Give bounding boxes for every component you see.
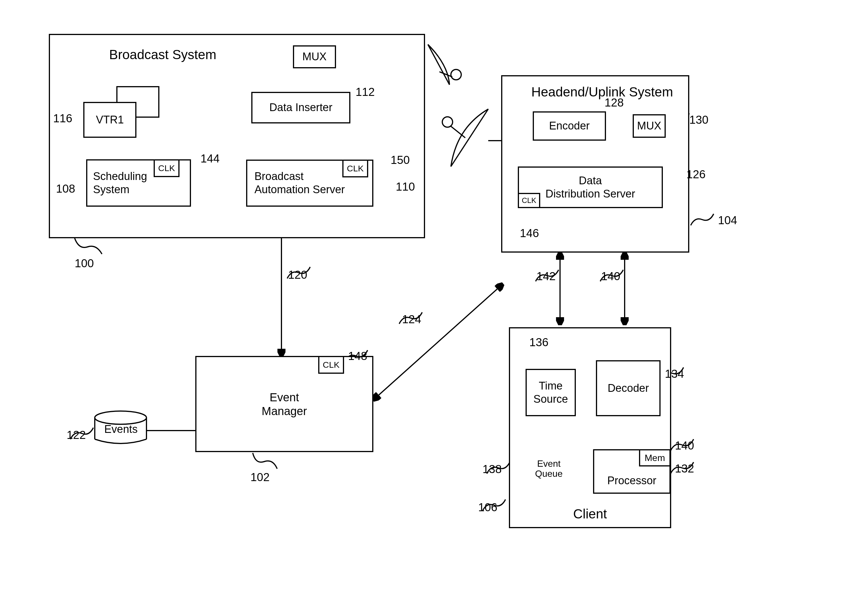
- mem-label: Mem: [645, 452, 665, 463]
- decoder-label: Decoder: [608, 382, 649, 395]
- vtr1-label: VTR1: [96, 113, 124, 126]
- headend-mux-label: MUX: [637, 119, 661, 133]
- ref-110: 110: [396, 180, 415, 193]
- decoder-block: Decoder: [596, 360, 661, 416]
- svg-point-6: [451, 69, 461, 80]
- event-queue-label: Event Queue: [535, 459, 562, 479]
- data-inserter-block: Data Inserter: [251, 92, 350, 123]
- ref-108: 108: [56, 182, 75, 195]
- ref-150: 150: [390, 154, 410, 166]
- ref-148: 148: [348, 349, 367, 362]
- ref-140-mem: 140: [675, 439, 694, 452]
- mem-block: Mem: [639, 449, 671, 466]
- broadcast-mux-label: MUX: [302, 50, 326, 64]
- svg-point-8: [442, 117, 453, 127]
- ref-136: 136: [529, 336, 548, 348]
- data-inserter-label: Data Inserter: [269, 101, 333, 114]
- time-source-label: Time Source: [533, 379, 568, 405]
- scheduling-clk-label: CLK: [158, 163, 175, 173]
- ref-104: 104: [718, 214, 737, 226]
- event-manager-clk: CLK: [318, 356, 344, 374]
- ref-134: 134: [665, 367, 684, 380]
- ref-116: 116: [53, 112, 72, 125]
- scheduling-system-label: Scheduling System: [93, 170, 147, 196]
- ref-122: 122: [67, 429, 86, 441]
- ref-126: 126: [686, 168, 706, 181]
- ref-100: 100: [75, 257, 94, 270]
- ref-144: 144: [200, 152, 220, 165]
- svg-line-9: [451, 126, 465, 138]
- time-source-block: Time Source: [526, 369, 576, 416]
- ref-146: 146: [520, 227, 539, 239]
- ref-120: 120: [288, 268, 307, 281]
- broadcast-system-title: Broadcast System: [109, 47, 216, 62]
- ref-106: 106: [478, 501, 497, 513]
- svg-point-13: [95, 411, 147, 424]
- client-title: Client: [573, 506, 607, 522]
- ref-140-link: 140: [601, 270, 620, 282]
- data-distribution-clk-label: CLK: [522, 196, 536, 205]
- event-manager-block: Event Manager: [195, 356, 373, 452]
- data-distribution-label: Data Distribution Server: [545, 174, 635, 200]
- ref-142: 142: [536, 270, 556, 282]
- ref-124: 124: [402, 313, 421, 326]
- vtr1-block: VTR1: [83, 102, 136, 138]
- ref-102: 102: [250, 471, 270, 483]
- svg-line-12: [373, 284, 503, 400]
- data-distribution-clk: CLK: [518, 193, 540, 208]
- ref-130: 130: [689, 113, 709, 126]
- headend-title: Headend/Uplink System: [531, 85, 673, 99]
- ref-132: 132: [675, 462, 694, 475]
- client-container: Client: [509, 327, 671, 528]
- ref-138: 138: [483, 463, 502, 476]
- headend-container: [501, 75, 689, 253]
- processor-label: Processor: [607, 474, 656, 487]
- encoder-block: Encoder: [533, 111, 606, 140]
- broadcast-mux-block: MUX: [293, 45, 336, 68]
- ref-112: 112: [356, 86, 375, 98]
- encoder-label: Encoder: [549, 119, 590, 133]
- scheduling-clk: CLK: [154, 159, 180, 177]
- svg-line-7: [439, 72, 452, 77]
- event-manager-clk-label: CLK: [323, 360, 339, 370]
- broadcast-automation-clk: CLK: [342, 160, 368, 178]
- ref-128: 128: [604, 96, 624, 109]
- diagram-canvas: Broadcast System 100 VTR1 116 Scheduling…: [0, 0, 859, 616]
- broadcast-automation-clk-label: CLK: [347, 163, 364, 174]
- event-manager-label: Event Manager: [262, 390, 307, 418]
- broadcast-automation-label: Broadcast Automation Server: [255, 170, 345, 196]
- headend-mux-block: MUX: [633, 114, 666, 138]
- events-db-label: Events: [104, 423, 137, 435]
